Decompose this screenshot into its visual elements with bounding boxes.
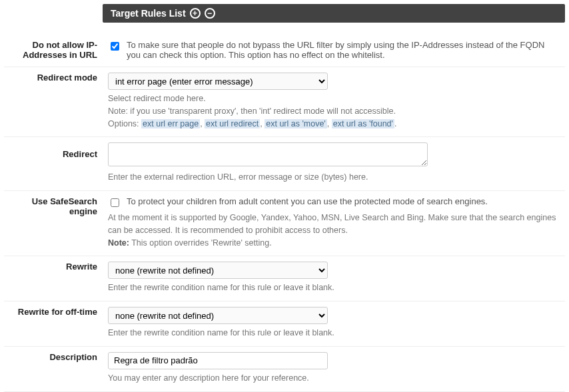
opt-link[interactable]: ext url err page bbox=[141, 119, 200, 128]
minus-icon[interactable]: − bbox=[205, 8, 215, 19]
rewrite-select[interactable]: none (rewrite not defined) bbox=[108, 262, 328, 279]
rewrite-help: Enter the rewrite condition name for thi… bbox=[108, 282, 560, 294]
plus-icon[interactable]: + bbox=[190, 8, 201, 19]
redirect-textarea[interactable] bbox=[108, 142, 428, 166]
opt-link[interactable]: ext url redirect bbox=[205, 119, 260, 128]
description-help: You may enter any description here for y… bbox=[108, 372, 560, 385]
description-input[interactable] bbox=[108, 352, 328, 369]
redirect-mode-help2: Note: if you use 'transparent proxy', th… bbox=[108, 105, 560, 118]
redirect-mode-help1: Select redirect mode here. bbox=[108, 93, 560, 105]
safesearch-checkbox[interactable] bbox=[111, 198, 119, 207]
safesearch-note-text: This option overrides 'Rewrite' setting. bbox=[129, 238, 272, 248]
redirect-help: Enter the external redirection URL, erro… bbox=[108, 171, 560, 184]
opt-link[interactable]: ext url as 'move' bbox=[265, 119, 327, 128]
redirect-mode-help3: Options: ext url err page, ext url redir… bbox=[108, 118, 560, 130]
header-title: Target Rules List bbox=[111, 8, 186, 19]
rewrite-off-help: Enter the rewrite condition name for thi… bbox=[108, 327, 560, 339]
description-label: Description bbox=[4, 346, 103, 391]
noip-checkbox[interactable] bbox=[111, 42, 119, 51]
redirect-label: Redirect bbox=[4, 137, 103, 191]
redirect-mode-label: Redirect mode bbox=[4, 67, 103, 137]
redirect-mode-select[interactable]: int error page (enter error message) bbox=[108, 73, 328, 90]
noip-label: Do not allow IP-Addresses in URL bbox=[4, 35, 103, 67]
noip-text: To make sure that people do not bypass t… bbox=[127, 40, 560, 60]
opt-link[interactable]: ext url as 'found' bbox=[332, 119, 394, 128]
safesearch-note-label: Note: bbox=[108, 238, 129, 248]
rewrite-off-label: Rewrite for off-time bbox=[4, 301, 103, 347]
rewrite-label: Rewrite bbox=[4, 256, 103, 301]
safesearch-help: At the moment it is supported by Google,… bbox=[108, 213, 556, 235]
safesearch-text: To protect your children from adult cont… bbox=[127, 196, 488, 206]
target-rules-header: Target Rules List + − bbox=[103, 4, 565, 23]
safesearch-label: Use SafeSearch engine bbox=[4, 191, 103, 256]
rewrite-off-select[interactable]: none (rewrite not defined) bbox=[108, 307, 328, 324]
